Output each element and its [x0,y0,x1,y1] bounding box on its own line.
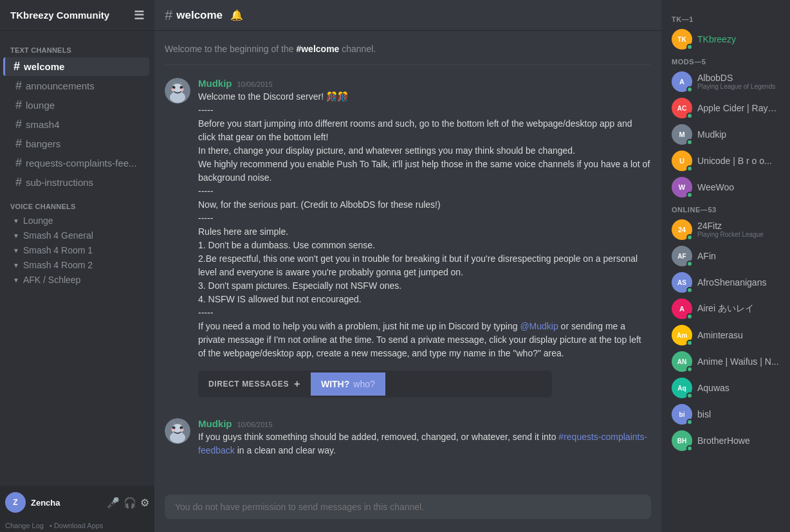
dm-input-area: WITH? who? [311,372,385,396]
channel-link[interactable]: #requests-complaints-feedback [198,432,647,455]
member-avatar: 24 [672,219,692,240]
voice-channel-lounge[interactable]: ▼ Lounge [5,214,149,228]
main-content: # welcome 🔔 Welcome to the beginning of … [154,0,661,532]
member-item[interactable]: M Mudkip [666,122,785,147]
member-item[interactable]: AS AfroShenanigans [666,270,785,295]
member-name: 24Fitz [697,221,780,231]
member-sub: Playing League of Legends [697,83,780,91]
dm-plus-icon[interactable]: + [294,378,300,390]
member-avatar: M [672,124,692,145]
member-avatar: Aq [672,378,692,398]
bell-icon[interactable]: 🔔 [230,9,243,21]
channel-item-lounge[interactable]: # lounge [5,96,149,115]
member-info: BrotherHowe [697,436,780,446]
status-dot [686,192,693,198]
dm-with-label: WITH? [321,379,349,389]
member-avatar: bi [672,404,692,425]
hash-icon: # [15,79,22,93]
member-avatar: AF [672,246,692,266]
member-item[interactable]: A Airei あいレイ [666,296,785,322]
member-name: Anime | Waifus | N... [697,356,780,367]
voice-channel-name-smash4room1: Smash 4 Room 1 [23,245,93,255]
channel-start-text: Welcome to the beginning of the [165,44,296,54]
server-name: TKbreezy Community [10,10,109,21]
member-name: AfroShenanigans [697,277,780,288]
member-name: AFin [697,251,780,261]
message-text: Welcome to the Discord server! 🎊🎊 ----- … [198,90,651,360]
member-item[interactable]: AN Anime | Waifus | N... [666,349,785,374]
status-dot [686,366,693,372]
channel-item-smash4[interactable]: # smash4 [5,115,149,134]
voice-channel-afk[interactable]: ▼ AFK / Schleep [5,273,149,287]
channel-item-sub-instructions[interactable]: # sub-instructions [5,173,149,192]
arrow-icon: ▼ [13,217,19,225]
status-dot [686,139,693,145]
microphone-icon[interactable]: 🎤 [107,497,120,509]
voice-channel-smash4room1[interactable]: ▼ Smash 4 Room 1 [5,243,149,257]
member-info: bisl [697,409,780,419]
change-log-link[interactable]: Change Log [5,522,44,529]
member-name: Airei あいレイ [697,303,780,315]
headphone-icon[interactable]: 🎧 [124,497,136,509]
online-section-title: ONLINE—53 [661,201,790,216]
member-name: Aminterasu [697,330,780,340]
voice-channel-smash4room2[interactable]: ▼ Smash 4 Room 2 [5,258,149,272]
channel-item-announcements[interactable]: # announcements [5,77,149,95]
dm-popup: DIRECT MESSAGES + WITH? who? [198,371,552,398]
member-item[interactable]: bi bisl [666,401,785,427]
message-content: Mudkip 10/06/2015 Welcome to the Discord… [198,78,651,408]
member-sub: Playing Rocket League [697,231,780,239]
member-avatar: AC [672,98,692,118]
member-info: WeeWoo [697,182,780,192]
channel-item-requests[interactable]: # requests-complaints-fee... [5,154,149,172]
member-info: TKbreezy [697,34,780,44]
voice-channel-smash4general[interactable]: ▼ Smash 4 General [5,228,149,243]
status-dot [686,313,693,320]
settings-icon[interactable]: ⚙ [140,497,149,509]
member-item[interactable]: BH BrotherHowe [666,428,785,454]
sidebar: TKbreezy Community ☰ Text Channels # wel… [0,0,154,532]
channel-item-bangers[interactable]: # bangers [5,134,149,153]
message-author: Mudkip [198,78,232,89]
member-name: TKbreezy [697,34,780,44]
svg-point-5 [171,88,175,91]
channel-item-welcome[interactable]: # welcome [3,57,149,76]
member-item[interactable]: AF AFin [666,243,785,269]
chat-input[interactable] [165,495,651,519]
status-dot [686,113,693,119]
member-item[interactable]: TK TKbreezy [666,26,785,52]
member-item[interactable]: U Unicode | B r o o... [666,148,785,174]
hash-icon: # [14,60,20,73]
member-name: WeeWoo [697,182,780,192]
channel-name-lounge: lounge [26,100,55,111]
member-item[interactable]: W WeeWoo [666,174,785,200]
download-apps-link[interactable]: Download Apps [54,522,103,529]
hamburger-icon[interactable]: ☰ [134,8,144,23]
status-dot [686,234,693,241]
member-name: Apple Cider | RayB... [697,103,780,113]
voice-channel-name-lounge: Lounge [23,216,53,226]
server-header[interactable]: TKbreezy Community ☰ [0,0,154,31]
member-info: 24Fitz Playing Rocket League [697,221,780,239]
message-group: Mudkip 10/06/2015 If you guys think some… [165,418,651,457]
member-info: Anime | Waifus | N... [697,356,780,367]
member-avatar: W [672,177,692,197]
channel-start-bold: #welcome [296,44,339,54]
status-dot [686,287,693,293]
channel-name-sub-instructions: sub-instructions [26,177,93,188]
voice-channels-title: Voice Channels [0,192,154,213]
status-dot [686,86,693,93]
avatar: Z [5,492,26,513]
text-channels-title: Text Channels [0,36,154,57]
svg-point-12 [171,428,175,431]
member-item[interactable]: Am Aminterasu [666,322,785,348]
member-item[interactable]: A AlbobDS Playing League of Legends [666,69,785,95]
member-avatar: A [672,71,692,92]
dm-label: DIRECT MESSAGES + [198,371,311,398]
member-item[interactable]: Aq Aquwas [666,375,785,401]
member-item[interactable]: AC Apple Cider | RayB... [666,95,785,121]
user-bar: Z Zencha 🎤 🎧 ⚙ [0,486,154,519]
mention[interactable]: @Mudkip [520,321,558,331]
member-item[interactable]: 24 24Fitz Playing Rocket League [666,217,785,243]
member-avatar: AS [672,272,692,293]
